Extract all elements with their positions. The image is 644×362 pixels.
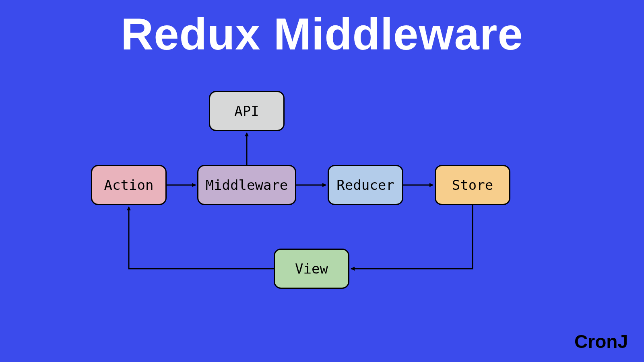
node-middleware: Middleware: [197, 165, 296, 205]
arrow-store-to-view: [351, 205, 473, 269]
arrow-view-to-action: [129, 207, 274, 269]
node-api-label: API: [234, 103, 259, 119]
node-reducer-label: Reducer: [336, 177, 394, 193]
node-reducer: Reducer: [328, 165, 403, 205]
node-view-label: View: [295, 261, 328, 277]
brand-watermark: CronJ: [574, 331, 628, 352]
node-action-label: Action: [104, 177, 154, 193]
node-action: Action: [91, 165, 167, 205]
node-middleware-label: Middleware: [206, 177, 288, 193]
node-view: View: [274, 249, 349, 289]
node-store-label: Store: [452, 177, 493, 193]
node-store: Store: [435, 165, 510, 205]
node-api: API: [209, 91, 285, 131]
